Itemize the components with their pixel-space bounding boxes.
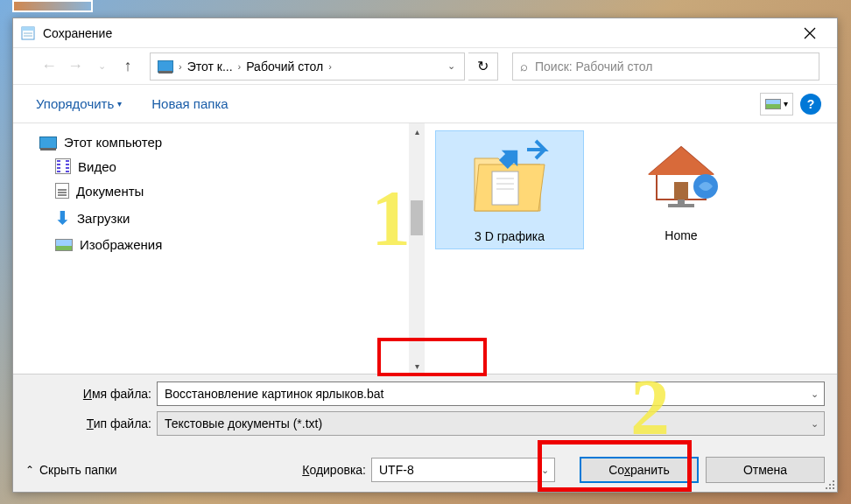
search-placeholder: Поиск: Рабочий стол [535,60,652,74]
chevron-down-icon: ▾ [117,99,122,108]
tree-label: Изображения [80,237,162,252]
chevron-up-icon: ⌃ [25,464,34,476]
tree-label: Документы [76,184,144,199]
svg-rect-6 [492,172,518,205]
save-label: Сохранить [608,463,670,477]
filetype-value: Текстовые документы (*.txt) [165,416,322,430]
chevron-down-icon[interactable]: ⌄ [811,418,819,430]
tree-this-pc[interactable]: Этот компьютер [39,130,425,154]
tree-label: Загрузки [77,211,130,226]
form-panel: Имя файла: Восстановление картинок ярлык… [13,374,837,446]
file-item-home[interactable]: Home [607,130,756,248]
resize-grip[interactable] [824,479,834,489]
document-icon [55,183,69,199]
save-button[interactable]: Сохранить [580,457,699,483]
filename-input[interactable]: Восстановление картинок ярлыков.bat ⌄ [157,382,825,406]
chevron-right-icon: › [328,61,332,72]
body-area: Этот компьютер Видео Документы ⬇ Загрузк… [13,123,837,374]
filename-value: Восстановление картинок ярлыков.bat [165,387,383,401]
refresh-button[interactable]: ↻ [468,52,498,80]
nav-row: ← → ⌄ ↑ › Этот к... › Рабочий стол › ⌄ ↻… [13,48,837,85]
scroll-thumb[interactable] [411,200,423,235]
chevron-right-icon: › [238,61,242,72]
scroll-down-icon[interactable]: ▾ [409,358,425,374]
encoding-value: UTF-8 [379,463,414,477]
file-item-folder[interactable]: 3 D графика [435,130,584,249]
close-button[interactable] [790,20,830,46]
sidebar: Этот компьютер Видео Документы ⬇ Загрузк… [13,123,425,374]
nav-back-button[interactable]: ← [38,55,60,78]
encoding-label: Кодировка: [302,463,366,477]
svg-rect-13 [678,200,685,205]
chevron-down-icon[interactable]: ⌄ [811,388,819,400]
desktop-thumbnail [12,0,93,12]
cancel-button[interactable]: Отмена [706,457,825,483]
organize-label: Упорядочить [36,96,114,111]
cancel-label: Отмена [743,463,787,477]
breadcrumb-item[interactable]: Этот к... [184,60,236,74]
filename-label: Имя файла: [25,387,157,401]
download-icon: ⬇ [55,207,70,228]
search-icon: ⌕ [520,59,528,74]
chevron-down-icon[interactable]: ⌄ [541,465,549,476]
search-input[interactable]: ⌕ Поиск: Рабочий стол [512,52,819,80]
nav-recent-dropdown[interactable]: ⌄ [90,55,113,78]
nav-up-button[interactable]: ↑ [116,55,139,78]
tree-label: Этот компьютер [64,135,162,150]
close-icon [804,27,816,39]
new-folder-label: Новая папка [151,96,228,111]
window-title: Сохранение [43,26,790,40]
help-button[interactable]: ? [800,94,821,115]
tree-item-video[interactable]: Видео [55,154,425,178]
breadcrumb-bar[interactable]: › Этот к... › Рабочий стол › ⌄ [150,52,465,80]
notepad-icon [20,25,36,41]
tree-label: Видео [78,159,116,174]
save-dialog: Сохранение ← → ⌄ ↑ › Этот к... › Рабочий… [12,18,838,493]
file-label: 3 D графика [475,229,545,243]
filetype-label: Тип файла: [25,416,157,430]
scroll-up-icon[interactable]: ▴ [409,123,425,139]
hide-folders-label: Скрыть папки [39,463,117,477]
organize-button[interactable]: Упорядочить ▾ [29,91,129,116]
picture-icon [765,99,781,109]
file-label: Home [665,228,697,242]
titlebar: Сохранение [13,18,837,48]
video-icon [55,158,71,174]
svg-rect-1 [22,27,34,31]
chevron-right-icon: › [179,61,182,72]
new-folder-button[interactable]: Новая папка [144,91,235,116]
file-list: 3 D графика Home [425,123,837,374]
pc-icon [158,60,173,73]
pc-icon [39,136,57,149]
encoding-select[interactable]: UTF-8 ⌄ [371,458,555,482]
nav-forward-button[interactable]: → [64,55,87,78]
folder-shortcut-icon [461,136,558,224]
svg-rect-10 [674,182,688,200]
tree-item-downloads[interactable]: ⬇ Загрузки [55,203,425,233]
filetype-select[interactable]: Текстовые документы (*.txt) ⌄ [157,411,825,436]
breadcrumb-item[interactable]: Рабочий стол [243,60,327,74]
view-mode-button[interactable]: ▾ [760,93,793,116]
breadcrumb-dropdown[interactable]: ⌄ [442,60,461,72]
home-network-icon [633,136,729,223]
tree-item-documents[interactable]: Документы [55,178,425,203]
toolbar: Упорядочить ▾ Новая папка ▾ ? [13,85,837,123]
hide-folders-button[interactable]: ⌃ Скрыть папки [25,463,117,477]
sidebar-scrollbar[interactable]: ▴ ▾ [409,123,425,374]
footer: ⌃ Скрыть папки Кодировка: UTF-8 ⌄ Сохран… [13,446,837,492]
picture-icon [55,239,73,251]
tree-item-pictures[interactable]: Изображения [55,233,425,256]
